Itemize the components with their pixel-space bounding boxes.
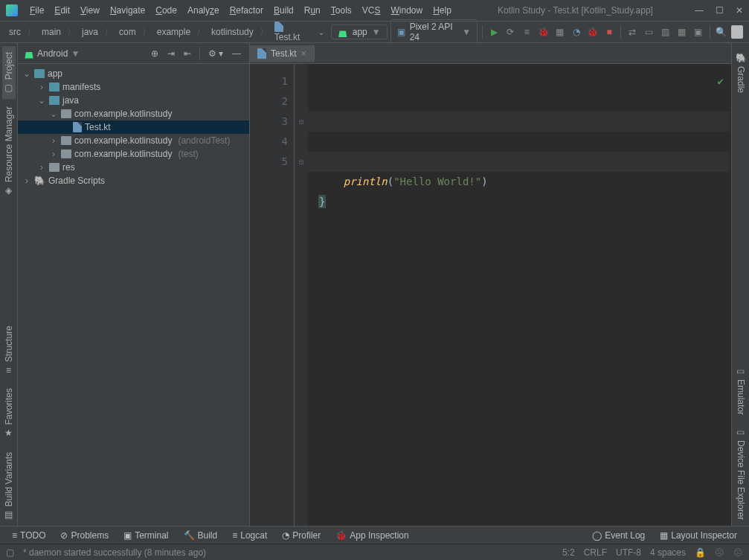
apply-changes-icon[interactable]: ⟳ [504, 25, 517, 39]
tool-tab-gradle[interactable]: 🐘Gradle [734, 46, 748, 99]
breadcrumb[interactable]: kotlinstudy [208, 25, 257, 39]
apply-code-icon[interactable]: ≡ [520, 25, 533, 39]
tree-node-package-androidtest[interactable]: ›com.example.kotlinstudy(androidTest) [18, 134, 249, 147]
tool-tab-emulator[interactable]: ▭Emulator [734, 360, 748, 421]
left-tool-stripe: ▢Project ◈Resource Manager ≡Structure ★F… [0, 43, 18, 526]
tree-node-gradle-scripts[interactable]: ›🐘Gradle Scripts [18, 174, 249, 187]
tool-tab-device-file-explorer[interactable]: ▭Device File Explorer [734, 421, 748, 526]
device-dropdown[interactable]: ▣ Pixel 2 API 24 ▼ [390, 19, 478, 45]
breadcrumb[interactable]: main [39, 25, 64, 39]
menu-help[interactable]: Help [428, 2, 456, 19]
breadcrumb[interactable]: src [6, 25, 24, 39]
status-bar: ▢ * daemon started successfully (8 minut… [0, 544, 749, 560]
tool-tab-problems[interactable]: ⊘Problems [54, 529, 115, 542]
tree-node-manifests[interactable]: ›manifests [18, 80, 249, 94]
expand-all-icon[interactable]: ⇥ [165, 48, 177, 59]
menu-edit[interactable]: Edit [50, 2, 74, 19]
line-ending[interactable]: CRLF [584, 547, 607, 558]
tool-tab-event-log[interactable]: ◯Event Log [586, 529, 651, 542]
tool-tab-terminal[interactable]: ▣Terminal [118, 529, 174, 542]
project-tree: ⌄app ›manifests ⌄java ⌄com.example.kotli… [18, 64, 249, 190]
settings-icon[interactable]: ⚙ ▾ [206, 48, 225, 59]
breadcrumb[interactable]: java [79, 25, 101, 39]
sdk-manager-icon[interactable]: ▥ [658, 25, 672, 39]
tool-tab-build[interactable]: 🔨Build [178, 529, 224, 542]
inspection-icon: 🐞 [335, 530, 347, 541]
terminal-icon: ▣ [123, 530, 132, 541]
debug-button[interactable]: 🐞 [536, 25, 550, 39]
collapse-all-icon[interactable]: ⇤ [181, 48, 193, 59]
tree-node-package-test[interactable]: ›com.example.kotlinstudy(test) [18, 147, 249, 161]
todo-icon: ≡ [12, 530, 17, 541]
profiler-icon: ◔ [282, 530, 289, 541]
hide-panel-icon[interactable]: — [230, 48, 243, 59]
titlebar: File Edit View Navigate Code Analyze Ref… [0, 0, 749, 21]
status-icon[interactable]: ▢ [6, 547, 14, 558]
android-icon [338, 27, 348, 37]
menu-build[interactable]: Build [269, 2, 298, 19]
avd-manager-icon[interactable]: ▭ [642, 25, 655, 39]
attach-debugger-icon[interactable]: 🐞 [586, 25, 599, 39]
sync-gradle-icon[interactable]: ⇄ [626, 25, 639, 39]
tool-tab-build-variants[interactable]: ▤Build Variants [2, 446, 16, 526]
menu-navigate[interactable]: Navigate [106, 2, 150, 19]
tool-tab-layout-inspector[interactable]: ▦Layout Inspector [654, 529, 743, 542]
menu-run[interactable]: Run [300, 2, 325, 19]
code-content[interactable]: ✔package com.example.kotlinstudy fun mai… [308, 64, 731, 526]
memory-indicator-icon[interactable]: ☹ [733, 547, 743, 558]
close-tab-icon[interactable]: × [301, 48, 306, 59]
ide-errors-icon[interactable]: ☹ [715, 547, 724, 558]
project-view-dropdown[interactable]: Android ▼ [24, 48, 144, 59]
menu-window[interactable]: Window [386, 2, 427, 19]
file-encoding[interactable]: UTF-8 [616, 547, 641, 558]
tree-node-java[interactable]: ⌄java [18, 94, 249, 107]
tool-tab-logcat[interactable]: ≡Logcat [226, 529, 273, 542]
indent-setting[interactable]: 4 spaces [650, 547, 686, 558]
tree-node-res[interactable]: ›res [18, 161, 249, 174]
menu-vcs[interactable]: VCS [358, 2, 385, 19]
kotlin-file-icon [257, 48, 266, 59]
breadcrumb[interactable]: Test.kt [271, 20, 312, 45]
profile-icon[interactable]: ◔ [570, 25, 583, 39]
minimize-icon[interactable]: — [695, 5, 704, 16]
tree-node-file-test[interactable]: Test.kt [18, 120, 249, 134]
tree-node-package[interactable]: ⌄com.example.kotlinstudy [18, 107, 249, 120]
select-opened-file-icon[interactable]: ⊕ [149, 48, 161, 59]
line-gutter[interactable]: 1 2 ▶3 4 5 [250, 64, 295, 526]
avatar[interactable] [731, 25, 743, 39]
tool-tab-app-inspection[interactable]: 🐞App Inspection [330, 529, 414, 542]
menu-tools[interactable]: Tools [327, 2, 356, 19]
menu-code[interactable]: Code [151, 2, 181, 19]
editor-tab-test[interactable]: Test.kt × [250, 45, 315, 62]
tool-tab-structure[interactable]: ≡Structure [2, 320, 16, 382]
layout-inspector-icon[interactable]: ▣ [692, 25, 705, 39]
tool-tab-profiler[interactable]: ◔Profiler [276, 529, 327, 542]
maximize-icon[interactable]: ☐ [716, 5, 724, 16]
close-icon[interactable]: ✕ [736, 5, 743, 16]
search-icon[interactable]: 🔍 [715, 25, 728, 39]
tree-node-app[interactable]: ⌄app [18, 67, 249, 80]
menu-analyze[interactable]: Analyze [183, 2, 224, 19]
build-icon: 🔨 [184, 530, 195, 541]
tool-tab-resource-manager[interactable]: ◈Resource Manager [2, 100, 16, 202]
run-config-dropdown[interactable]: app ▼ [331, 25, 388, 39]
resource-manager-icon[interactable]: ▦ [675, 25, 688, 39]
coverage-icon[interactable]: ▦ [553, 25, 567, 39]
bottom-tool-stripe: ≡TODO ⊘Problems ▣Terminal 🔨Build ≡Logcat… [0, 526, 749, 544]
tool-tab-project[interactable]: ▢Project [2, 46, 16, 99]
inspection-ok-icon[interactable]: ✔ [718, 71, 724, 91]
menu-file[interactable]: File [25, 2, 48, 19]
breadcrumb[interactable]: example [154, 25, 193, 39]
tool-tab-todo[interactable]: ≡TODO [6, 529, 51, 542]
readonly-lock-icon[interactable]: 🔒 [695, 547, 706, 558]
menu-refactor[interactable]: Refactor [225, 2, 268, 19]
main-menu: File Edit View Navigate Code Analyze Ref… [25, 2, 456, 19]
run-button[interactable]: ▶ [487, 25, 501, 39]
menu-view[interactable]: View [76, 2, 104, 19]
tool-tab-favorites[interactable]: ★Favorites [2, 382, 16, 444]
code-editor[interactable]: 1 2 ▶3 4 5 ⊟ ⊟ ✔package com.example.kotl… [250, 64, 731, 526]
stop-button[interactable]: ■ [602, 25, 616, 39]
breadcrumb[interactable]: com [116, 25, 139, 39]
fold-gutter[interactable]: ⊟ ⊟ [295, 64, 308, 526]
cursor-position[interactable]: 5:2 [562, 547, 575, 558]
